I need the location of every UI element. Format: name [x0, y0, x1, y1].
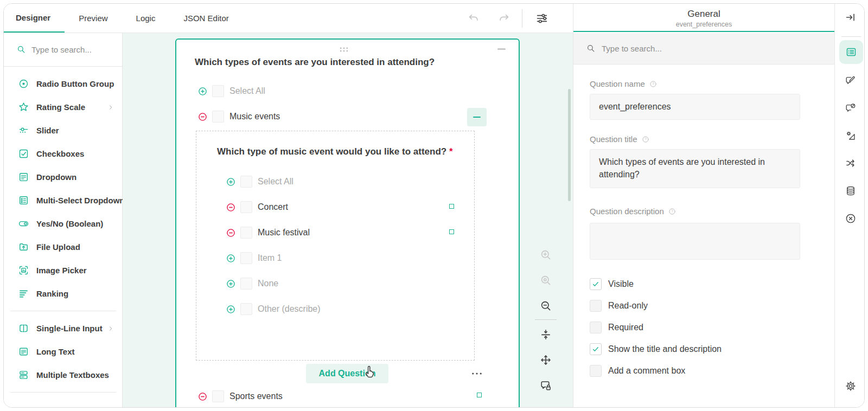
toolbox-item-label: Dropdown	[36, 172, 76, 182]
zoom-in-icon[interactable]	[539, 248, 552, 261]
remove-item-icon[interactable]	[226, 202, 236, 213]
choice-label[interactable]: None	[258, 279, 278, 288]
toolbox-item-image-picker[interactable]: Image Picker	[4, 259, 122, 282]
remove-item-icon[interactable]	[226, 228, 236, 238]
help-icon[interactable]	[641, 135, 650, 144]
add-item-icon[interactable]	[226, 253, 236, 264]
help-icon[interactable]	[649, 80, 658, 88]
toolbox-item-boolean[interactable]: Yes/No (Boolean)	[4, 212, 122, 235]
chevron-right-icon[interactable]	[107, 104, 114, 111]
toggle-show-title-description[interactable]: Show the title and description	[590, 342, 722, 356]
toolbox-item-checkboxes[interactable]: Checkboxes	[4, 142, 122, 165]
toggle-required[interactable]: Required	[590, 320, 643, 335]
choice-label[interactable]: Select All	[229, 86, 265, 96]
choice-checkbox[interactable]	[240, 176, 252, 188]
comment-edit-icon[interactable]	[845, 74, 857, 86]
toolbox-item-multiple-textboxes[interactable]: Multiple Textboxes	[4, 363, 122, 387]
add-item-icon[interactable]	[226, 279, 236, 289]
choice-checkbox[interactable]	[212, 85, 224, 97]
panel-search-input[interactable]	[602, 44, 764, 53]
choice-row: Item 1	[226, 251, 282, 265]
add-question-button[interactable]: Add Question	[306, 364, 388, 383]
choice-label[interactable]: Other (describe)	[258, 304, 321, 314]
toolbox-search[interactable]	[4, 33, 122, 67]
drag-square-handle[interactable]	[449, 204, 454, 209]
toolbox-item-radio-button-group[interactable]: Radio Button Group	[4, 72, 122, 95]
zoom-reset-icon[interactable]	[539, 274, 552, 287]
chevron-right-icon[interactable]	[107, 325, 114, 332]
choice-checkbox[interactable]	[240, 303, 252, 315]
choice-label[interactable]: Sports events	[229, 391, 283, 401]
move-icon[interactable]	[539, 354, 552, 367]
toolbox-item-multiselect-dropdown[interactable]: Multi-Select Dropdown	[4, 189, 122, 212]
question-description-input[interactable]	[590, 223, 800, 260]
zoom-out-icon[interactable]	[539, 299, 552, 312]
question-name-input[interactable]	[590, 94, 800, 120]
nested-question-card[interactable]: Which type of music event would you like…	[196, 131, 475, 361]
logic-icon[interactable]	[845, 157, 857, 169]
toolbox-item-ranking[interactable]: Ranking	[4, 282, 122, 305]
toolbox-item-single-line-input[interactable]: Single-Line Input	[4, 317, 122, 340]
tab-designer[interactable]: Designer	[4, 4, 65, 33]
toolbox-search-input[interactable]	[31, 45, 107, 54]
toolbox-item-rating-scale[interactable]: Rating Scale	[4, 95, 122, 119]
more-actions-icon[interactable]	[470, 367, 483, 380]
checkbox-checked-icon[interactable]	[590, 278, 602, 290]
choice-label[interactable]: Select All	[258, 177, 293, 187]
toggle-visible[interactable]: Visible	[590, 277, 634, 291]
checkbox-checked-icon[interactable]	[590, 343, 602, 355]
tab-general-icon[interactable]	[839, 40, 863, 64]
checkbox-unchecked-icon[interactable]	[590, 365, 602, 377]
fit-page-icon[interactable]	[539, 328, 552, 341]
add-item-icon[interactable]	[197, 86, 208, 97]
choice-checkbox[interactable]	[240, 227, 252, 239]
collapse-panel-icon[interactable]	[845, 11, 857, 23]
question-card[interactable]: Which types of events are you interested…	[175, 38, 520, 408]
choice-label[interactable]: Music festival	[258, 228, 310, 237]
settings-gear-icon[interactable]	[845, 380, 857, 392]
choice-label[interactable]: Music events	[229, 112, 280, 121]
question-title[interactable]: Which types of events are you interested…	[195, 57, 497, 68]
theme-icon[interactable]	[845, 130, 857, 142]
data-icon[interactable]	[845, 185, 857, 197]
toolbox-item-slider[interactable]: Slider	[4, 119, 122, 142]
toolbox-item-dropdown[interactable]: Dropdown	[4, 165, 122, 189]
tab-logic[interactable]: Logic	[122, 4, 170, 33]
checkbox-unchecked-icon[interactable]	[590, 300, 602, 312]
choice-checkbox[interactable]	[240, 201, 252, 213]
question-title-input[interactable]	[590, 149, 800, 188]
remove-item-icon[interactable]	[197, 391, 208, 402]
tab-preview[interactable]: Preview	[65, 4, 122, 33]
nested-question-title[interactable]: Which type of music event would you like…	[217, 146, 460, 157]
add-item-icon[interactable]	[226, 304, 236, 314]
choice-checkbox[interactable]	[240, 252, 252, 264]
toolbox-item-file-upload[interactable]: File Upload	[4, 235, 122, 259]
choice-row: Concert	[226, 200, 288, 214]
comment-discard-icon[interactable]	[845, 102, 857, 114]
collapse-question-icon[interactable]	[497, 48, 506, 50]
settings-sliders-icon[interactable]	[535, 12, 548, 25]
collapse-nested-question-button[interactable]	[467, 108, 487, 126]
drag-square-handle[interactable]	[477, 393, 482, 397]
help-icon[interactable]	[668, 207, 676, 216]
validation-icon[interactable]	[845, 213, 857, 224]
drag-handle-icon[interactable]	[339, 46, 349, 53]
drag-square-handle[interactable]	[449, 229, 454, 234]
choice-checkbox[interactable]	[212, 111, 224, 123]
chat-lock-icon[interactable]	[539, 379, 552, 392]
toolbox-item-long-text[interactable]: Long Text	[4, 340, 122, 363]
tab-json-editor[interactable]: JSON Editor	[169, 4, 242, 33]
canvas-scrollbar[interactable]	[568, 89, 571, 201]
choice-checkbox[interactable]	[240, 278, 252, 290]
remove-item-icon[interactable]	[197, 112, 208, 122]
add-item-icon[interactable]	[226, 177, 236, 187]
choice-label[interactable]: Concert	[258, 202, 288, 212]
undo-icon[interactable]	[467, 12, 480, 25]
toggle-add-comment-box[interactable]: Add a comment box	[590, 364, 685, 378]
choice-label[interactable]: Item 1	[258, 253, 282, 263]
panel-search[interactable]	[573, 33, 834, 65]
redo-icon[interactable]	[497, 12, 510, 25]
toggle-read-only[interactable]: Read-only	[590, 299, 648, 313]
choice-checkbox[interactable]	[212, 390, 224, 402]
checkbox-unchecked-icon[interactable]	[590, 322, 602, 333]
